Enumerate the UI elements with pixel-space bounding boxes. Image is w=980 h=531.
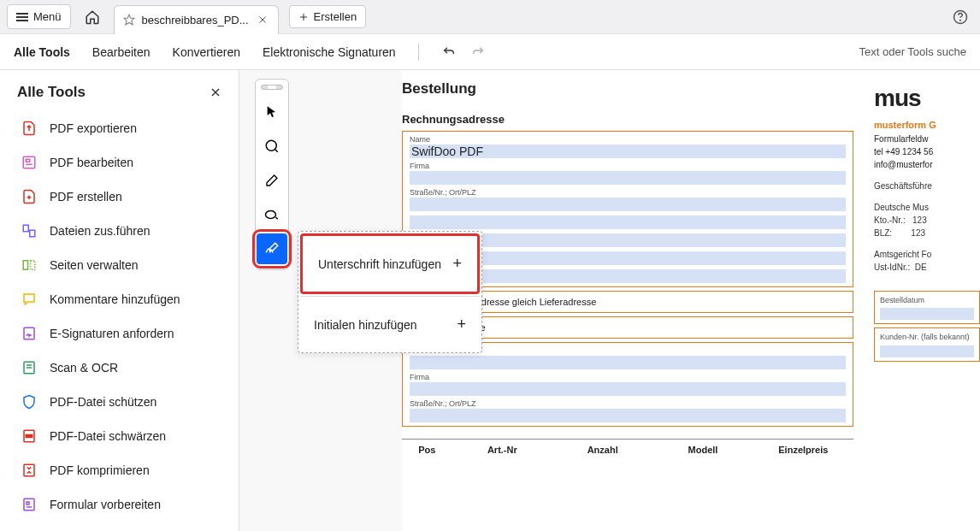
name2-input[interactable] xyxy=(410,356,846,369)
text-tool[interactable] xyxy=(257,131,287,162)
field-label: Straße/Nr.; Ort/PLZ xyxy=(410,188,846,197)
field-label: Kunden-Nr. (falls bekannt) xyxy=(880,332,974,344)
tool-item-edit[interactable]: PDF bearbeiten xyxy=(0,145,239,180)
tool-item-combine[interactable]: Dateien zus.führen xyxy=(0,214,239,248)
svg-point-30 xyxy=(266,211,276,219)
undo-button[interactable] xyxy=(441,45,457,59)
redo-button[interactable] xyxy=(470,45,486,59)
plus-icon xyxy=(298,12,309,22)
firma-input[interactable] xyxy=(410,171,846,185)
sidebar-close-button[interactable] xyxy=(210,86,221,98)
hamburger-icon xyxy=(16,13,28,21)
tool-item-form[interactable]: Formular vorbereiten xyxy=(0,487,239,522)
add-initials-option[interactable]: Initialen hinzufügen + xyxy=(298,297,481,352)
draw-tool[interactable] xyxy=(257,165,287,196)
pencil-icon xyxy=(265,174,279,187)
field-label: Firma xyxy=(410,162,846,170)
home-icon xyxy=(85,9,100,25)
pages-icon xyxy=(21,257,38,274)
create-icon xyxy=(21,188,38,205)
tool-item-scan[interactable]: Scan & OCR xyxy=(0,351,239,385)
tool-label: PDF bearbeiten xyxy=(50,156,133,169)
document-area: Unterschrift hinzufügen + Initialen hinz… xyxy=(239,70,980,531)
add-signature-label: Unterschrift hinzufügen xyxy=(318,257,441,271)
th-artnr: Art.-Nr xyxy=(452,440,552,460)
drag-handle[interactable] xyxy=(261,85,283,90)
star-icon xyxy=(123,14,135,26)
protect-icon xyxy=(21,393,38,410)
tool-item-export[interactable]: PDF exportieren xyxy=(0,111,239,145)
document-tab[interactable]: beschreibbares_PD... xyxy=(114,5,279,34)
close-icon xyxy=(257,15,268,25)
order-date-input[interactable] xyxy=(880,308,974,320)
company-info: mus musterform G Formularfeldw tel +49 1… xyxy=(867,80,980,460)
tool-item-comment[interactable]: Kommentare hinzufügen xyxy=(0,282,239,316)
customer-number-input[interactable] xyxy=(880,345,974,357)
comment-icon xyxy=(21,291,38,308)
extra-input[interactable] xyxy=(410,215,846,229)
tool-item-redact[interactable]: PDF-Datei schwärzen xyxy=(0,419,239,453)
oval-icon xyxy=(264,209,280,221)
esign-icon xyxy=(21,325,38,342)
svg-rect-24 xyxy=(24,464,34,476)
fill-sign-toolbar xyxy=(255,79,289,270)
delivery-address-group: Name Firma Straße/Nr.; Ort/PLZ xyxy=(402,342,853,427)
undo-icon xyxy=(441,45,457,59)
company-bank: Deutsche Mus xyxy=(874,201,980,214)
firma2-input[interactable] xyxy=(410,382,846,396)
svg-point-6 xyxy=(960,20,961,21)
add-initials-label: Initialen hinzufügen xyxy=(314,318,417,332)
create-button[interactable]: Erstellen xyxy=(289,5,367,28)
edit-icon xyxy=(21,154,38,171)
menu-all-tools[interactable]: Alle Tools xyxy=(14,45,70,59)
tool-item-create[interactable]: PDF erstellen xyxy=(0,180,239,214)
menu-signatures[interactable]: Elektronische Signaturen xyxy=(263,45,396,59)
signature-tool[interactable] xyxy=(257,233,287,264)
tab-title: beschreibbares_PD... xyxy=(142,14,249,27)
pdf-page: Bestellung Rechnungsadresse Name SwifDoo… xyxy=(402,70,980,531)
tool-item-compress[interactable]: PDF komprimieren xyxy=(0,453,239,487)
tool-label: Seiten verwalten xyxy=(50,258,139,272)
tool-label: PDF-Datei schützen xyxy=(50,395,156,409)
add-signature-option[interactable]: Unterschrift hinzufügen + xyxy=(300,233,480,294)
shape-tool[interactable] xyxy=(257,199,287,230)
company-logo: mus xyxy=(874,80,980,116)
order-date-field: Bestelldatum xyxy=(874,291,980,325)
svg-rect-14 xyxy=(23,225,28,232)
street2-input[interactable] xyxy=(410,409,846,422)
page-title: Bestellung xyxy=(402,80,853,97)
tool-label: PDF-Datei schwärzen xyxy=(50,429,166,443)
tool-label: E-Signaturen anfordern xyxy=(50,327,174,340)
menu-label: Menü xyxy=(33,10,62,23)
close-icon xyxy=(210,86,221,98)
svg-rect-15 xyxy=(30,230,35,237)
tool-item-esign[interactable]: E-Signaturen anfordern xyxy=(0,316,239,351)
company-name: musterform G xyxy=(874,118,980,133)
home-button[interactable] xyxy=(78,4,107,30)
company-tel: tel +49 1234 56 xyxy=(874,145,980,158)
select-tool[interactable] xyxy=(257,97,287,127)
signature-popup: Unterschrift hinzufügen + Initialen hinz… xyxy=(298,231,482,353)
plus-icon: + xyxy=(457,316,466,333)
redact-icon xyxy=(21,428,38,445)
field-label: Name xyxy=(410,135,846,144)
menu-button[interactable]: Menü xyxy=(7,4,71,29)
tool-item-protect[interactable]: PDF-Datei schützen xyxy=(0,385,239,419)
tool-label: Scan & OCR xyxy=(50,361,118,375)
tool-item-pages[interactable]: Seiten verwalten xyxy=(0,248,239,282)
tool-label: Dateien zus.führen xyxy=(50,224,151,238)
search-input[interactable]: Text oder Tools suche xyxy=(859,45,967,58)
menu-convert[interactable]: Konvertieren xyxy=(173,45,240,59)
field-label: Firma xyxy=(410,373,846,381)
name-input[interactable]: SwifDoo PDF xyxy=(410,145,846,158)
street-input[interactable] xyxy=(410,198,846,211)
help-button[interactable] xyxy=(948,4,973,30)
section-heading: Rechnungsadresse xyxy=(402,113,853,126)
field-label: Bestelldatum xyxy=(880,295,974,307)
menu-edit[interactable]: Bearbeiten xyxy=(92,45,151,59)
export-icon xyxy=(21,120,38,137)
customer-number-field: Kunden-Nr. (falls bekannt) xyxy=(874,327,980,362)
tab-close-button[interactable] xyxy=(256,13,269,27)
company-addr: Formularfeldw xyxy=(874,133,980,145)
signature-icon xyxy=(264,241,280,257)
